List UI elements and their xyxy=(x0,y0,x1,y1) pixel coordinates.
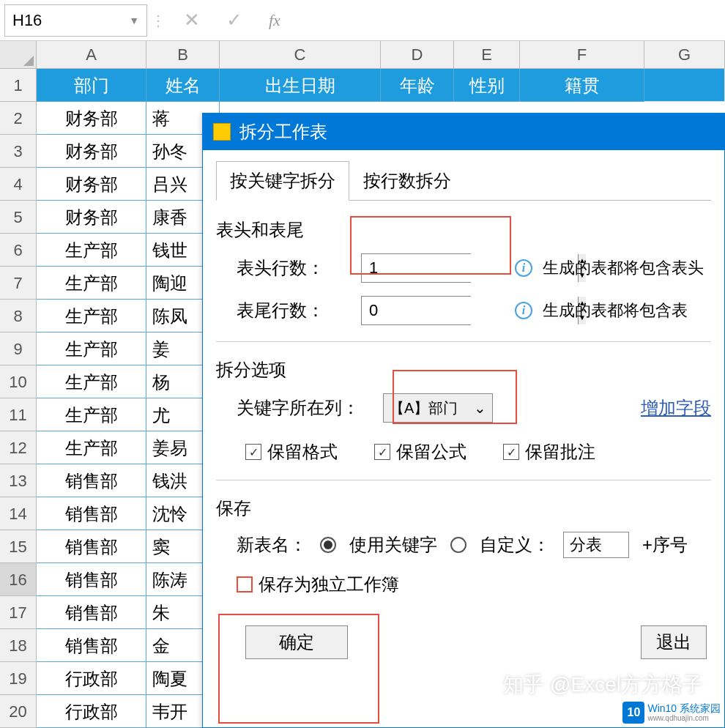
formula-bar: H16 ▼ ⋮ ✕ ✓ fx xyxy=(0,0,725,41)
fx-icon[interactable]: fx xyxy=(269,11,280,30)
header-rows-spinner[interactable]: ▲▼ xyxy=(361,253,471,283)
column-headers: A B C D E F G xyxy=(0,41,725,69)
split-sheet-dialog: 拆分工作表 按关键字拆分 按行数拆分 表头和表尾 表头行数： ▲▼ i 生成的表… xyxy=(202,113,725,728)
cell[interactable]: 销售部 xyxy=(37,629,146,662)
header-cell[interactable]: 姓名 xyxy=(146,69,220,102)
chevron-down-icon[interactable]: ▼ xyxy=(129,15,139,26)
row-number[interactable]: 7 xyxy=(0,267,37,300)
col-header-g[interactable]: G xyxy=(644,41,725,68)
header-rows-label: 表头行数： xyxy=(237,256,361,280)
header-cell[interactable] xyxy=(644,69,725,102)
header-cell[interactable]: 籍贯 xyxy=(520,69,644,102)
info-icon: i xyxy=(515,259,532,277)
footer-rows-spinner[interactable]: ▲▼ xyxy=(361,296,471,325)
logo-icon: 10 xyxy=(622,702,644,724)
ok-button[interactable]: 确定 xyxy=(245,625,348,659)
row-number[interactable]: 3 xyxy=(0,135,37,168)
cell[interactable]: 销售部 xyxy=(37,596,146,629)
row-number[interactable]: 17 xyxy=(0,596,37,629)
cell[interactable]: 销售部 xyxy=(37,530,146,563)
group-save: 保存 xyxy=(216,497,711,520)
confirm-icon[interactable]: ✓ xyxy=(226,9,242,31)
row-number[interactable]: 14 xyxy=(0,497,37,530)
cell[interactable]: 生产部 xyxy=(37,398,146,431)
info-text: 生成的表都将包含表 xyxy=(543,300,688,322)
dialog-titlebar[interactable]: 拆分工作表 xyxy=(203,114,724,150)
use-key-radio[interactable] xyxy=(320,537,336,553)
key-col-label: 关键字所在列： xyxy=(237,396,383,420)
dialog-title: 拆分工作表 xyxy=(239,120,327,144)
keep-formula-checkbox[interactable]: ✓保留公式 xyxy=(374,440,466,464)
cell[interactable]: 生产部 xyxy=(37,333,146,365)
row-number[interactable]: 16 xyxy=(0,563,37,596)
keep-format-checkbox[interactable]: ✓保留格式 xyxy=(245,440,338,464)
add-field-link[interactable]: 增加字段 xyxy=(641,396,711,420)
cell[interactable]: 生产部 xyxy=(37,431,146,464)
table-header-row: 1 部门 姓名 出生日期 年龄 性别 籍贯 xyxy=(0,69,725,102)
col-header-d[interactable]: D xyxy=(381,41,454,68)
col-header-a[interactable]: A xyxy=(37,41,146,68)
logo-badge: 10 Win10 系统家园 www.qdhuajin.com xyxy=(622,702,721,724)
header-cell[interactable]: 出生日期 xyxy=(220,69,381,102)
custom-radio[interactable] xyxy=(450,537,466,553)
key-col-value: 【A】部门 xyxy=(390,398,458,418)
row-number[interactable]: 11 xyxy=(0,398,37,431)
row-number[interactable]: 5 xyxy=(0,201,37,234)
cell[interactable]: 生产部 xyxy=(37,234,146,267)
row-number[interactable]: 15 xyxy=(0,530,37,563)
col-header-c[interactable]: C xyxy=(220,41,381,68)
tab-by-rows[interactable]: 按行数拆分 xyxy=(349,161,465,201)
cell[interactable]: 销售部 xyxy=(37,464,146,497)
row-number[interactable]: 1 xyxy=(0,69,37,102)
header-cell[interactable]: 性别 xyxy=(454,69,520,102)
tab-by-key[interactable]: 按关键字拆分 xyxy=(216,161,349,201)
watermark-text: 知乎 @Excel方方格子 xyxy=(503,671,703,699)
footer-rows-label: 表尾行数： xyxy=(237,299,361,322)
info-text: 生成的表都将包含表头 xyxy=(543,257,704,279)
app-icon xyxy=(213,123,231,141)
col-header-b[interactable]: B xyxy=(146,41,220,68)
separator-icon: ⋮ xyxy=(147,12,169,29)
cell[interactable]: 财务部 xyxy=(37,201,146,234)
keep-comment-checkbox[interactable]: ✓保留批注 xyxy=(503,440,595,464)
save-as-workbook-checkbox[interactable]: 保存为独立工作簿 xyxy=(216,573,711,596)
exit-button[interactable]: 退出 xyxy=(641,625,707,659)
new-name-label: 新表名： xyxy=(237,533,307,557)
group-header-footer: 表头和表尾 xyxy=(216,218,711,242)
row-number[interactable]: 12 xyxy=(0,431,37,464)
row-number[interactable]: 19 xyxy=(0,662,37,695)
header-cell[interactable]: 部门 xyxy=(37,69,146,102)
col-header-e[interactable]: E xyxy=(454,41,520,68)
custom-name-input[interactable] xyxy=(563,532,629,558)
row-number[interactable]: 4 xyxy=(0,168,37,201)
row-number[interactable]: 10 xyxy=(0,365,37,398)
cell[interactable]: 生产部 xyxy=(37,300,146,333)
cell[interactable]: 销售部 xyxy=(37,497,146,530)
cell[interactable]: 生产部 xyxy=(37,365,146,398)
name-box-value: H16 xyxy=(12,11,42,30)
cancel-icon[interactable]: ✕ xyxy=(184,9,200,31)
group-split-options: 拆分选项 xyxy=(216,358,711,382)
cell[interactable]: 行政部 xyxy=(37,662,146,695)
header-cell[interactable]: 年龄 xyxy=(381,69,454,102)
row-number[interactable]: 8 xyxy=(0,300,37,333)
cell[interactable]: 生产部 xyxy=(37,267,146,300)
cell[interactable]: 销售部 xyxy=(37,563,146,596)
info-icon: i xyxy=(515,302,532,319)
col-header-f[interactable]: F xyxy=(520,41,644,68)
row-number[interactable]: 20 xyxy=(0,695,37,728)
row-number[interactable]: 13 xyxy=(0,464,37,497)
dialog-tabs: 按关键字拆分 按行数拆分 xyxy=(216,160,711,201)
cell[interactable]: 财务部 xyxy=(37,135,146,168)
row-number[interactable]: 9 xyxy=(0,333,37,365)
row-number[interactable]: 6 xyxy=(0,234,37,267)
cell[interactable]: 财务部 xyxy=(37,168,146,201)
name-box[interactable]: H16 ▼ xyxy=(4,4,147,37)
chevron-down-icon: ⌄ xyxy=(474,399,486,417)
cell[interactable]: 财务部 xyxy=(37,102,146,135)
row-number[interactable]: 2 xyxy=(0,102,37,135)
key-col-select[interactable]: 【A】部门 ⌄ xyxy=(383,393,493,423)
cell[interactable]: 行政部 xyxy=(37,695,146,728)
select-all-corner[interactable] xyxy=(0,41,37,68)
row-number[interactable]: 18 xyxy=(0,629,37,662)
